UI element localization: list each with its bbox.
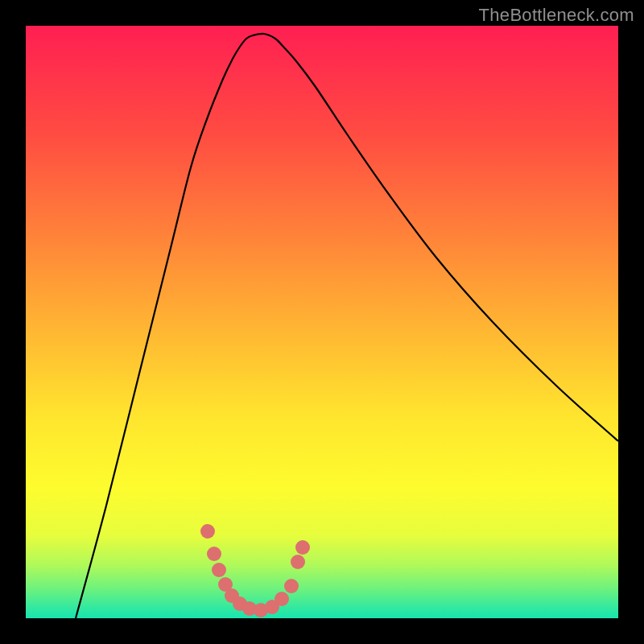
highlight-dot bbox=[291, 555, 305, 569]
watermark-text: TheBottleneck.com bbox=[479, 5, 634, 26]
highlight-dot bbox=[200, 524, 215, 539]
highlight-dot bbox=[284, 579, 299, 593]
highlight-markers bbox=[200, 524, 310, 617]
bottleneck-curve bbox=[26, 26, 618, 618]
curve-line bbox=[76, 34, 618, 618]
highlight-dot bbox=[207, 547, 221, 561]
highlight-dot bbox=[212, 563, 226, 577]
chart-frame: TheBottleneck.com bbox=[0, 0, 644, 644]
highlight-dot bbox=[295, 540, 310, 555]
plot-area bbox=[26, 26, 618, 618]
highlight-dot bbox=[275, 592, 289, 606]
